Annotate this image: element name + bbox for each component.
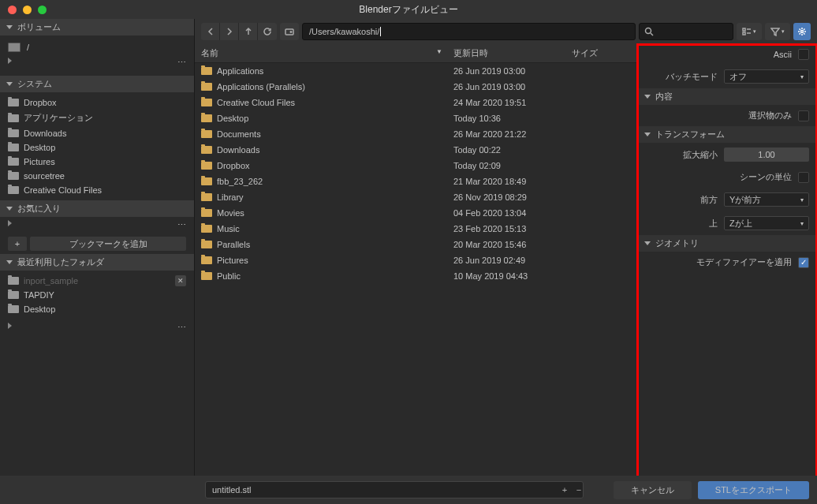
file-row[interactable]: Creative Cloud Files24 Mar 2020 19:51	[195, 95, 637, 110]
folder-icon	[201, 209, 212, 217]
folder-icon	[8, 305, 19, 313]
column-size[interactable]: サイズ	[565, 44, 637, 62]
folder-icon	[201, 241, 212, 248]
chevron-down-icon	[644, 133, 651, 136]
settings-button[interactable]	[793, 23, 811, 40]
folder-icon	[201, 146, 212, 154]
geometry-section-header[interactable]: ジオメトリ	[638, 235, 817, 252]
system-item[interactable]: Downloads	[0, 126, 194, 140]
volume-item[interactable]: /	[8, 40, 186, 54]
column-date[interactable]: 更新日時	[447, 44, 565, 62]
expand-icon[interactable]	[8, 323, 12, 329]
folder-icon	[201, 177, 212, 185]
folder-icon	[8, 172, 19, 180]
ascii-checkbox[interactable]	[798, 49, 809, 60]
file-row[interactable]: Public10 May 2019 04:43	[195, 268, 637, 284]
expand-icon[interactable]	[8, 58, 12, 64]
system-item[interactable]: Desktop	[0, 140, 194, 155]
system-item[interactable]: Pictures	[0, 155, 194, 169]
dots-icon[interactable]: ⋯	[177, 220, 186, 230]
dots-icon[interactable]: ⋯	[177, 323, 186, 333]
file-row[interactable]: fbb_23_26221 Mar 2020 18:49	[195, 174, 637, 189]
titlebar: Blenderファイルビュー	[0, 0, 817, 19]
recent-item[interactable]: inport_sample✕	[0, 274, 194, 288]
forward-axis-select[interactable]: Yが前方▾	[724, 192, 809, 207]
add-bookmark-button[interactable]: +	[8, 237, 27, 251]
system-header[interactable]: システム	[0, 76, 194, 92]
folder-icon	[8, 186, 19, 194]
new-folder-button[interactable]	[280, 23, 299, 40]
up-button[interactable]	[239, 23, 258, 40]
back-button[interactable]	[201, 23, 220, 40]
scale-input[interactable]: 1.00	[724, 147, 809, 162]
expand-icon[interactable]	[8, 220, 12, 226]
forward-button[interactable]	[220, 23, 239, 40]
filename-input[interactable]: untitled.stl	[205, 481, 584, 498]
folder-icon	[201, 193, 212, 201]
chevron-down-icon[interactable]	[6, 207, 13, 211]
apply-modifiers-checkbox[interactable]	[798, 257, 809, 268]
folder-icon	[8, 99, 19, 106]
favorites-header[interactable]: お気に入り	[0, 200, 194, 217]
chevron-down-icon[interactable]	[6, 82, 13, 86]
cancel-button[interactable]: キャンセル	[614, 481, 692, 499]
display-mode-button[interactable]: ▾	[737, 23, 762, 40]
chevron-down-icon	[644, 95, 651, 99]
chevron-down-icon	[644, 241, 651, 245]
chevron-down-icon[interactable]	[6, 260, 13, 264]
folder-icon	[201, 256, 212, 264]
folder-icon	[201, 272, 212, 280]
system-item[interactable]: sourcetree	[0, 169, 194, 183]
file-row[interactable]: DropboxToday 02:09	[195, 158, 637, 174]
export-options-panel: Ascii バッチモードオフ▾ 内容 選択物のみ トランスフォーム 拡大縮小1.…	[637, 44, 817, 504]
export-button[interactable]: STLをエクスポート	[698, 481, 809, 499]
remove-icon[interactable]: ✕	[175, 275, 186, 286]
file-row[interactable]: Applications (Parallels)26 Jun 2019 03:0…	[195, 79, 637, 95]
folder-icon	[201, 99, 212, 106]
file-list: 名前▼ 更新日時 サイズ Applications26 Jun 2019 03:…	[195, 44, 637, 504]
system-item[interactable]: Dropbox	[0, 95, 194, 110]
svg-rect-2	[743, 28, 745, 31]
footer: untitled.stl +− キャンセル STLをエクスポート	[0, 476, 817, 504]
batch-mode-select[interactable]: オフ▾	[724, 69, 809, 84]
filter-button[interactable]: ▾	[765, 23, 790, 40]
transform-section-header[interactable]: トランスフォーム	[638, 126, 817, 143]
search-input[interactable]	[639, 23, 733, 40]
folder-icon	[201, 130, 212, 138]
search-icon	[644, 27, 654, 36]
bookmark-button[interactable]: ブックマークを追加	[30, 237, 186, 251]
refresh-button[interactable]	[258, 23, 277, 40]
recent-item[interactable]: Desktop	[0, 302, 194, 316]
recent-item[interactable]: TAPDIY	[0, 288, 194, 302]
file-row[interactable]: Documents26 Mar 2020 21:22	[195, 126, 637, 142]
increment-button[interactable]: +	[558, 483, 571, 496]
system-item[interactable]: Creative Cloud Files	[0, 183, 194, 197]
path-input[interactable]: /Users/kawakoshi/	[302, 23, 636, 40]
content-section-header[interactable]: 内容	[638, 88, 817, 105]
folder-icon	[201, 225, 212, 233]
folder-icon	[201, 114, 212, 122]
file-row[interactable]: Applications26 Jun 2019 03:00	[195, 63, 637, 79]
svg-rect-3	[743, 32, 745, 35]
volume-header[interactable]: ボリューム	[0, 19, 194, 35]
dots-icon[interactable]: ⋯	[177, 58, 186, 68]
system-item[interactable]: アプリケーション	[0, 110, 194, 126]
file-row[interactable]: DownloadsToday 00:22	[195, 142, 637, 158]
decrement-button[interactable]: −	[573, 483, 585, 496]
file-row[interactable]: Library26 Nov 2019 08:29	[195, 189, 637, 205]
file-row[interactable]: Music23 Feb 2020 15:13	[195, 221, 637, 237]
sidebar: ボリューム / ⋯ システム DropboxアプリケーションDownloadsD…	[0, 19, 195, 504]
file-row[interactable]: Pictures26 Jun 2019 02:49	[195, 252, 637, 268]
recent-header[interactable]: 最近利用したフォルダ	[0, 254, 194, 271]
file-row[interactable]: DesktopToday 10:36	[195, 110, 637, 126]
selection-only-checkbox[interactable]	[798, 110, 809, 121]
file-row[interactable]: Movies04 Feb 2020 13:04	[195, 205, 637, 221]
chevron-down-icon[interactable]	[6, 25, 13, 29]
up-axis-select[interactable]: Zが上▾	[724, 216, 809, 230]
file-row[interactable]: Parallels20 Mar 2020 15:46	[195, 237, 637, 252]
folder-icon	[8, 158, 19, 166]
scene-unit-checkbox[interactable]	[798, 172, 809, 183]
folder-icon	[8, 277, 19, 285]
sort-icon: ▼	[436, 48, 442, 55]
column-name[interactable]: 名前▼	[195, 44, 447, 62]
